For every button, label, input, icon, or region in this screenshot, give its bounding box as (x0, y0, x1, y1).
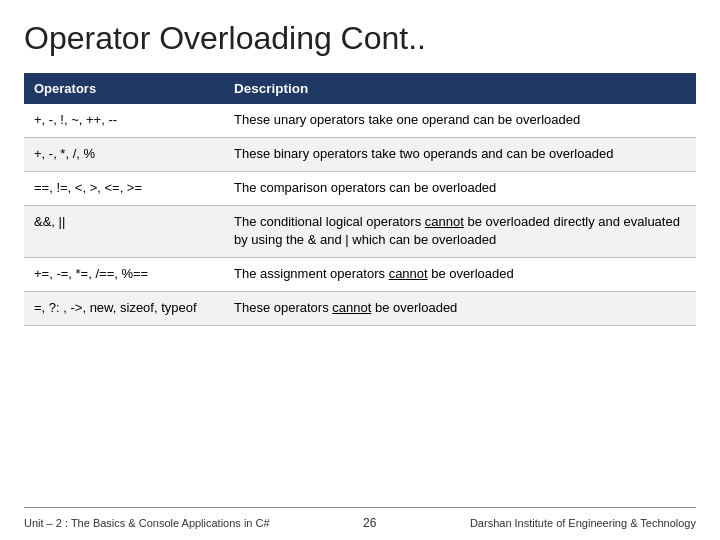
cell-description: The conditional logical operators cannot… (224, 205, 696, 258)
cell-operators: ==, !=, <, >, <=, >= (24, 171, 224, 205)
cell-operators: +, -, !, ~, ++, -- (24, 104, 224, 137)
cell-description: The comparison operators can be overload… (224, 171, 696, 205)
table-row: +, -, *, /, %These binary operators take… (24, 137, 696, 171)
cell-operators: &&, || (24, 205, 224, 258)
cell-description: These unary operators take one operand c… (224, 104, 696, 137)
footer: Unit – 2 : The Basics & Console Applicat… (24, 507, 696, 530)
page: Operator Overloading Cont.. Operators De… (0, 0, 720, 540)
operators-table: Operators Description +, -, !, ~, ++, --… (24, 73, 696, 326)
footer-left: Unit – 2 : The Basics & Console Applicat… (24, 517, 270, 529)
footer-right: Darshan Institute of Engineering & Techn… (470, 517, 696, 529)
cell-description: These operators cannot be overloaded (224, 292, 696, 326)
cell-operators: =, ?: , ->, new, sizeof, typeof (24, 292, 224, 326)
table-row: &&, ||The conditional logical operators … (24, 205, 696, 258)
col-header-operators: Operators (24, 73, 224, 104)
page-title: Operator Overloading Cont.. (24, 20, 696, 57)
cell-operators: +=, -=, *=, /==, %== (24, 258, 224, 292)
cell-operators: +, -, *, /, % (24, 137, 224, 171)
cell-description: The assignment operators cannot be overl… (224, 258, 696, 292)
table-row: +=, -=, *=, /==, %==The assignment opera… (24, 258, 696, 292)
table-header-row: Operators Description (24, 73, 696, 104)
col-header-description: Description (224, 73, 696, 104)
cell-description: These binary operators take two operands… (224, 137, 696, 171)
footer-page: 26 (363, 516, 376, 530)
table-row: =, ?: , ->, new, sizeof, typeofThese ope… (24, 292, 696, 326)
table-row: +, -, !, ~, ++, --These unary operators … (24, 104, 696, 137)
table-row: ==, !=, <, >, <=, >=The comparison opera… (24, 171, 696, 205)
